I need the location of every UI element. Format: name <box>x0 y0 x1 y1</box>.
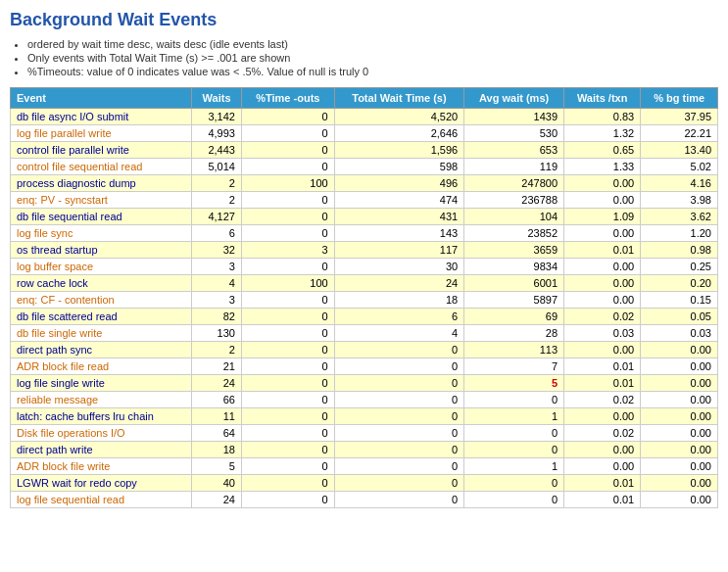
col-header-2: %Time -outs <box>241 88 334 109</box>
cell-11-2: 0 <box>241 292 334 309</box>
cell-22-5: 0.01 <box>564 475 641 492</box>
cell-4-2: 100 <box>241 175 334 192</box>
cell-1-4: 530 <box>464 125 564 142</box>
event-name: db file single write <box>11 325 192 342</box>
cell-23-6: 0.00 <box>641 492 718 508</box>
cell-23-4: 0 <box>464 492 564 508</box>
cell-17-6: 0.00 <box>641 392 718 408</box>
cell-23-3: 0 <box>334 492 463 508</box>
cell-10-1: 4 <box>192 275 242 292</box>
event-name: row cache lock <box>11 275 192 292</box>
cell-19-1: 64 <box>192 425 242 442</box>
table-row: row cache lock41002460010.000.20 <box>11 275 718 292</box>
table-row: direct path sync2001130.000.00 <box>11 342 718 358</box>
col-header-3: Total Wait Time (s) <box>334 88 463 109</box>
cell-9-6: 0.25 <box>641 259 718 275</box>
cell-16-5: 0.01 <box>564 375 641 392</box>
cell-21-3: 0 <box>334 458 463 475</box>
cell-1-1: 4,993 <box>192 125 242 142</box>
cell-18-3: 0 <box>334 408 463 425</box>
col-header-1: Waits <box>192 88 242 109</box>
cell-2-1: 2,443 <box>192 142 242 159</box>
cell-6-3: 431 <box>334 209 463 225</box>
cell-3-2: 0 <box>241 159 334 175</box>
col-header-5: Waits /txn <box>564 88 641 109</box>
event-name: ADR block file read <box>11 358 192 375</box>
table-row: control file parallel write2,44301,59665… <box>11 142 718 159</box>
cell-19-2: 0 <box>241 425 334 442</box>
note-1: ordered by wait time desc, waits desc (i… <box>27 38 718 50</box>
cell-17-2: 0 <box>241 392 334 408</box>
cell-20-2: 0 <box>241 442 334 458</box>
cell-10-4: 6001 <box>464 275 564 292</box>
page-title: Background Wait Events <box>10 10 718 30</box>
cell-16-1: 24 <box>192 375 242 392</box>
table-row: ADR block file write50010.000.00 <box>11 458 718 475</box>
event-name: db file async I/O submit <box>11 109 192 125</box>
cell-1-5: 1.32 <box>564 125 641 142</box>
cell-6-6: 3.62 <box>641 209 718 225</box>
cell-14-4: 113 <box>464 342 564 358</box>
cell-15-3: 0 <box>334 358 463 375</box>
cell-13-4: 28 <box>464 325 564 342</box>
cell-13-1: 130 <box>192 325 242 342</box>
cell-17-1: 66 <box>192 392 242 408</box>
cell-12-2: 0 <box>241 309 334 325</box>
cell-20-6: 0.00 <box>641 442 718 458</box>
cell-10-3: 24 <box>334 275 463 292</box>
cell-7-6: 1.20 <box>641 225 718 242</box>
cell-2-4: 653 <box>464 142 564 159</box>
note-2: Only events with Total Wait Time (s) >= … <box>27 52 718 64</box>
cell-15-1: 21 <box>192 358 242 375</box>
event-name: db file sequential read <box>11 209 192 225</box>
cell-22-1: 40 <box>192 475 242 492</box>
event-name: direct path sync <box>11 342 192 358</box>
cell-12-1: 82 <box>192 309 242 325</box>
cell-23-2: 0 <box>241 492 334 508</box>
table-row: log file single write240050.010.00 <box>11 375 718 392</box>
cell-13-2: 0 <box>241 325 334 342</box>
cell-11-5: 0.00 <box>564 292 641 309</box>
cell-12-5: 0.02 <box>564 309 641 325</box>
cell-9-2: 0 <box>241 259 334 275</box>
cell-8-5: 0.01 <box>564 242 641 259</box>
cell-15-5: 0.01 <box>564 358 641 375</box>
col-header-6: % bg time <box>641 88 718 109</box>
table-row: db file sequential read4,12704311041.093… <box>11 209 718 225</box>
cell-19-4: 0 <box>464 425 564 442</box>
table-row: latch: cache buffers lru chain110010.000… <box>11 408 718 425</box>
table-row: log file sync60143238520.001.20 <box>11 225 718 242</box>
cell-8-6: 0.98 <box>641 242 718 259</box>
cell-7-4: 23852 <box>464 225 564 242</box>
event-name: latch: cache buffers lru chain <box>11 408 192 425</box>
cell-21-2: 0 <box>241 458 334 475</box>
cell-5-6: 3.98 <box>641 192 718 209</box>
cell-5-2: 0 <box>241 192 334 209</box>
cell-14-2: 0 <box>241 342 334 358</box>
cell-18-1: 11 <box>192 408 242 425</box>
event-name: process diagnostic dump <box>11 175 192 192</box>
event-name: db file scattered read <box>11 309 192 325</box>
cell-18-5: 0.00 <box>564 408 641 425</box>
cell-16-6: 0.00 <box>641 375 718 392</box>
cell-8-3: 117 <box>334 242 463 259</box>
table-row: direct path write180000.000.00 <box>11 442 718 458</box>
cell-19-6: 0.00 <box>641 425 718 442</box>
cell-5-4: 236788 <box>464 192 564 209</box>
cell-7-3: 143 <box>334 225 463 242</box>
event-name: log file sync <box>11 225 192 242</box>
event-name: log file sequential read <box>11 492 192 508</box>
cell-6-2: 0 <box>241 209 334 225</box>
cell-2-2: 0 <box>241 142 334 159</box>
cell-14-1: 2 <box>192 342 242 358</box>
cell-3-4: 119 <box>464 159 564 175</box>
cell-22-2: 0 <box>241 475 334 492</box>
cell-3-1: 5,014 <box>192 159 242 175</box>
cell-5-1: 2 <box>192 192 242 209</box>
cell-0-4: 1439 <box>464 109 564 125</box>
cell-18-2: 0 <box>241 408 334 425</box>
cell-20-4: 0 <box>464 442 564 458</box>
table-row: ADR block file read210070.010.00 <box>11 358 718 375</box>
cell-16-3: 0 <box>334 375 463 392</box>
table-row: db file async I/O submit3,14204,52014390… <box>11 109 718 125</box>
